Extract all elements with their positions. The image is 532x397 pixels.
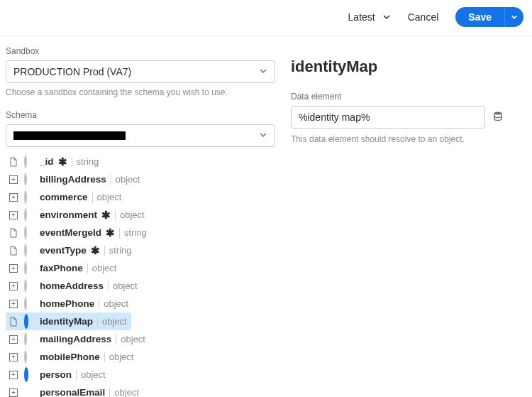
field-name: personalEmail — [40, 387, 109, 397]
radio-icon[interactable] — [24, 174, 35, 185]
field-type: object — [116, 174, 140, 185]
schema-field-person[interactable]: +personobject — [6, 366, 289, 384]
field-name: homePhone — [40, 298, 99, 309]
expand-icon: + — [7, 175, 20, 184]
divider — [104, 246, 105, 256]
radio-icon[interactable] — [24, 369, 35, 381]
radio-icon[interactable] — [24, 192, 35, 203]
radio-icon[interactable] — [24, 245, 35, 256]
required-asterisk-icon: ✱ — [101, 209, 111, 222]
schema-field-identityMap[interactable]: identityMapobject — [6, 312, 131, 330]
field-name: homeAddress — [40, 281, 108, 291]
divider — [104, 352, 105, 362]
file-icon — [7, 246, 20, 256]
radio-icon[interactable] — [24, 352, 35, 363]
divider — [119, 228, 120, 238]
schema-field-personalEmail[interactable]: +personalEmailobject — [6, 384, 289, 397]
divider — [116, 335, 116, 344]
expand-icon: + — [7, 282, 20, 290]
field-type: object — [102, 316, 127, 327]
radio-icon[interactable] — [24, 210, 35, 221]
data-element-label: Data element — [291, 92, 504, 102]
divider — [92, 192, 93, 202]
schema-field-homePhone[interactable]: +homePhoneobject — [6, 295, 289, 312]
header-bar: Latest Cancel Save — [0, 0, 532, 36]
panel-title: identityMap — [291, 58, 504, 76]
schema-field-billingAddress[interactable]: +billingAddressobject — [6, 170, 289, 188]
field-type: object — [109, 352, 134, 362]
schema-field-mailingAddress[interactable]: +mailingAddressobject — [6, 330, 289, 348]
schema-field-mobilePhone[interactable]: +mobilePhoneobject — [6, 348, 289, 366]
divider — [72, 157, 72, 167]
schema-selected-value-redacted — [13, 131, 126, 140]
schema-field-eventType[interactable]: eventType✱string — [6, 241, 289, 259]
field-name: billingAddress — [40, 174, 111, 185]
schema-field-_id[interactable]: _id✱string — [6, 153, 289, 170]
sandbox-selected-value: PRODUCTION Prod (VA7) — [13, 66, 131, 77]
schema-select[interactable] — [6, 124, 275, 147]
data-element-input[interactable] — [291, 106, 485, 129]
divider — [115, 210, 116, 220]
field-type: object — [114, 387, 139, 397]
field-name: person — [40, 369, 76, 380]
chevron-down-icon — [259, 130, 267, 141]
divider — [111, 175, 111, 185]
chevron-down-icon — [511, 12, 518, 23]
expand-icon: + — [7, 264, 20, 273]
field-name: environment — [40, 210, 101, 220]
database-icon[interactable] — [492, 111, 504, 124]
field-type: object — [121, 334, 145, 344]
save-button-group: Save — [455, 7, 523, 27]
expand-icon: + — [7, 300, 20, 308]
field-name: mobilePhone — [40, 352, 104, 362]
field-type: string — [77, 156, 99, 167]
schema-field-commerce[interactable]: +commerceobject — [6, 188, 289, 206]
required-asterisk-icon: ✱ — [91, 244, 100, 257]
schema-field-environment[interactable]: +environment✱object — [6, 206, 289, 224]
field-name: _id — [40, 156, 58, 167]
save-dropdown-button[interactable] — [504, 7, 523, 27]
file-icon — [7, 157, 20, 167]
field-name: faxPhone — [40, 263, 87, 273]
save-button[interactable]: Save — [455, 7, 504, 27]
field-name: eventType — [40, 245, 91, 256]
field-name: mailingAddress — [40, 334, 116, 344]
radio-icon[interactable] — [24, 316, 35, 327]
radio-icon[interactable] — [24, 298, 35, 310]
sandbox-select[interactable]: PRODUCTION Prod (VA7) — [6, 60, 275, 83]
schema-field-eventMergeId[interactable]: eventMergeId✱string — [6, 224, 289, 241]
schema-field-homeAddress[interactable]: +homeAddressobject — [6, 277, 289, 295]
field-type: string — [124, 227, 147, 238]
field-type: object — [120, 210, 145, 220]
radio-icon[interactable] — [24, 156, 35, 168]
version-picker[interactable]: Latest — [348, 11, 391, 23]
schema-field-faxPhone[interactable]: +faxPhoneobject — [6, 259, 289, 277]
radio-icon[interactable] — [24, 263, 35, 274]
expand-icon: + — [7, 193, 20, 202]
expand-icon: + — [7, 388, 20, 397]
required-asterisk-icon: ✱ — [106, 227, 115, 239]
cancel-button[interactable]: Cancel — [408, 11, 439, 23]
expand-icon: + — [7, 211, 20, 219]
chevron-down-icon — [382, 13, 391, 21]
divider — [109, 388, 110, 398]
schema-label: Schema — [6, 110, 289, 120]
sandbox-help-text: Choose a sandbox containing the schema y… — [6, 87, 289, 97]
version-label: Latest — [348, 11, 375, 23]
field-type: string — [109, 245, 132, 256]
schema-tree: _id✱string+billingAddressobject+commerce… — [6, 153, 289, 397]
divider — [97, 317, 98, 327]
data-element-help: This data element should resolve to an o… — [291, 134, 504, 144]
file-icon — [7, 228, 20, 238]
chevron-down-icon — [259, 66, 267, 77]
required-asterisk-icon: ✱ — [58, 156, 67, 168]
expand-icon: + — [7, 353, 20, 361]
radio-icon[interactable] — [24, 334, 35, 345]
divider — [87, 263, 88, 273]
divider — [76, 370, 77, 380]
file-icon — [7, 317, 20, 327]
radio-icon[interactable] — [24, 227, 35, 239]
field-type: object — [113, 281, 138, 291]
radio-icon[interactable] — [24, 387, 35, 398]
radio-icon[interactable] — [24, 281, 35, 292]
